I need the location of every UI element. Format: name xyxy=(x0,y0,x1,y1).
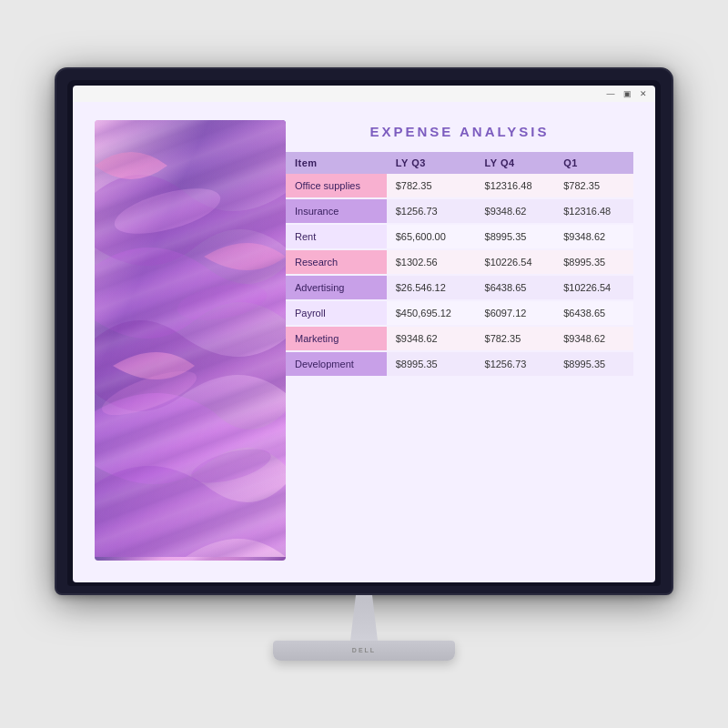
lyq3-cell: $26.546.12 xyxy=(387,276,476,299)
lyq4-cell: $6097.12 xyxy=(476,301,555,325)
expense-table: Item LY Q3 LY Q4 Q1 Office supplies$782.… xyxy=(286,152,633,378)
q1-cell: $6438.65 xyxy=(554,301,633,325)
lyq3-cell: $1302.56 xyxy=(387,250,476,274)
q1-cell: $782.35 xyxy=(554,174,633,197)
item-cell: Development xyxy=(286,352,387,376)
lyq4-cell: $12316.48 xyxy=(476,174,555,197)
item-cell: Research xyxy=(286,250,387,274)
table-row: Rent$65,600.00$8995.35$9348.62 xyxy=(286,225,633,248)
q1-cell: $12316.48 xyxy=(554,199,633,223)
lyq4-cell: $782.35 xyxy=(476,327,555,350)
window-titlebar: — ▣ ✕ xyxy=(73,86,655,102)
monitor-frame: — ▣ ✕ xyxy=(55,67,673,595)
monitor-base xyxy=(273,641,455,661)
screen-content: EXPENSE ANALYSIS Item LY Q3 LY Q4 Q1 xyxy=(95,120,633,561)
background-art xyxy=(95,120,286,561)
header-lyq4: LY Q4 xyxy=(476,152,555,174)
header-item: Item xyxy=(286,152,387,174)
q1-cell: $9348.62 xyxy=(554,225,633,248)
item-cell: Payroll xyxy=(286,301,387,325)
item-cell: Rent xyxy=(286,225,387,248)
svg-point-1 xyxy=(110,179,225,243)
table-row: Research$1302.56$10226.54$8995.35 xyxy=(286,250,633,274)
lyq3-cell: $65,600.00 xyxy=(387,225,476,248)
lyq4-cell: $6438.65 xyxy=(476,276,555,299)
q1-cell: $9348.62 xyxy=(554,327,633,350)
svg-point-3 xyxy=(97,362,201,424)
header-q1: Q1 xyxy=(554,152,633,174)
monitor: — ▣ ✕ xyxy=(55,67,673,661)
lyq4-cell: $9348.62 xyxy=(476,199,555,223)
monitor-bezel: — ▣ ✕ xyxy=(67,80,661,586)
maximize-button[interactable]: ▣ xyxy=(621,87,633,100)
lyq3-cell: $9348.62 xyxy=(387,327,476,350)
item-cell: Office supplies xyxy=(286,174,387,197)
lyq3-cell: $1256.73 xyxy=(387,199,476,223)
table-row: Advertising$26.546.12$6438.65$10226.54 xyxy=(286,276,633,299)
svg-point-2 xyxy=(175,278,270,327)
lyq4-cell: $10226.54 xyxy=(476,250,555,274)
minimize-button[interactable]: — xyxy=(604,87,617,100)
item-cell: Advertising xyxy=(286,276,387,299)
table-row: Insurance$1256.73$9348.62$12316.48 xyxy=(286,199,633,223)
table-header-row: Item LY Q3 LY Q4 Q1 xyxy=(286,152,633,174)
close-button[interactable]: ✕ xyxy=(637,87,650,100)
table-row: Payroll$450,695.12$6097.12$6438.65 xyxy=(286,301,633,325)
lyq3-cell: $8995.35 xyxy=(387,352,476,376)
lyq4-cell: $8995.35 xyxy=(476,225,555,248)
lyq4-cell: $1256.73 xyxy=(476,352,555,376)
table-row: Development$8995.35$1256.73$8995.35 xyxy=(286,352,633,376)
monitor-neck xyxy=(337,595,391,641)
svg-rect-0 xyxy=(95,120,286,557)
table-area: EXPENSE ANALYSIS Item LY Q3 LY Q4 Q1 xyxy=(286,120,633,561)
table-row: Marketing$9348.62$782.35$9348.62 xyxy=(286,327,633,350)
lyq3-cell: $450,695.12 xyxy=(387,301,476,325)
header-lyq3: LY Q3 xyxy=(387,152,476,174)
q1-cell: $8995.35 xyxy=(554,250,633,274)
lyq3-cell: $782.35 xyxy=(387,174,476,197)
item-cell: Insurance xyxy=(286,199,387,223)
q1-cell: $10226.54 xyxy=(554,276,633,299)
svg-point-4 xyxy=(188,442,275,490)
q1-cell: $8995.35 xyxy=(554,352,633,376)
page-title: EXPENSE ANALYSIS xyxy=(286,120,633,139)
table-row: Office supplies$782.35$12316.48$782.35 xyxy=(286,174,633,197)
item-cell: Marketing xyxy=(286,327,387,350)
screen: EXPENSE ANALYSIS Item LY Q3 LY Q4 Q1 xyxy=(73,102,655,582)
